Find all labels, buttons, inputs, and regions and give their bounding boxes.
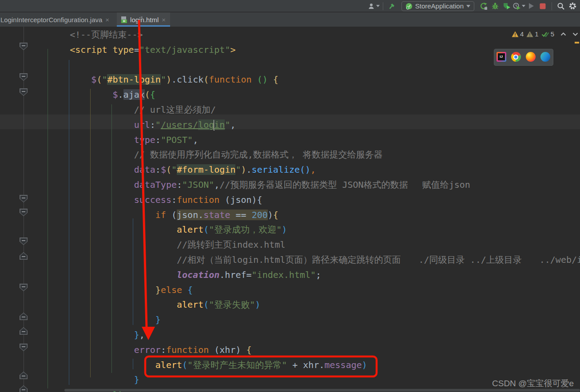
code-text[interactable]: <!--页脚结束--> <script type="text/javascrip… [0, 28, 580, 392]
code-token: } [155, 285, 161, 295]
code-line[interactable]: url:"/users/login", [48, 118, 580, 133]
firefox-icon[interactable] [526, 52, 536, 63]
code-token: location [177, 269, 219, 280]
spring-boot-icon [405, 3, 413, 10]
settings-gear-icon [568, 2, 577, 10]
code-token: ( [203, 74, 209, 85]
code-token: function [166, 344, 209, 355]
stop-button[interactable] [537, 1, 548, 12]
html-file-icon: H [121, 16, 127, 23]
code-token: ) [166, 74, 171, 85]
debug-button[interactable] [489, 1, 501, 12]
tab-close-icon[interactable]: × [162, 16, 166, 24]
code-token: alert [177, 224, 203, 235]
code-token: : [177, 179, 182, 190]
run-with-coverage-button[interactable] [501, 1, 512, 12]
user-button[interactable] [368, 1, 380, 12]
code-line[interactable]: // 数据使用序列化自动完成,数据格式， 将数据提交给服务器 [48, 147, 580, 162]
run-icon [480, 2, 488, 10]
code-line[interactable]: data:$("#form-login").serialize(), [48, 162, 580, 178]
tab-close-icon[interactable]: × [105, 16, 109, 24]
code-token: json. [177, 210, 203, 220]
code-token: ( [166, 210, 177, 220]
code-token: = [134, 44, 139, 55]
code-token: alert [155, 360, 182, 370]
inspections-widget[interactable]: 4 1 5 [512, 30, 578, 38]
weak-warnings-indicator[interactable]: 1 [526, 30, 538, 38]
intellij-idea-icon[interactable]: IJ [497, 52, 507, 63]
user-icon [368, 3, 375, 10]
code-token: type [113, 44, 134, 55]
dropdown-caret-icon [376, 5, 380, 7]
code-token: : [171, 194, 177, 205]
code-line[interactable]: //跳转到主页index.html [48, 238, 580, 253]
build-button[interactable] [386, 1, 398, 12]
code-token: } [134, 374, 139, 385]
code-line[interactable]: }, [48, 328, 580, 343]
code-token: : [155, 164, 161, 175]
previous-problem-chevron-icon[interactable] [560, 32, 566, 36]
passed-count: 5 [551, 30, 554, 38]
scrollbar-warning-mark[interactable] [575, 42, 579, 44]
code-token: else [161, 285, 182, 295]
code-token: log [198, 119, 214, 130]
code-line[interactable]: type:"POST", [48, 133, 580, 148]
next-problem-chevron-icon[interactable] [572, 32, 578, 36]
code-line[interactable]: if (json.state == 200){ [48, 208, 580, 223]
code-token: : [161, 344, 166, 355]
code-line[interactable]: }else { [48, 283, 580, 298]
code-token: " [235, 164, 241, 175]
code-token: function [177, 194, 219, 205]
passed-indicator[interactable]: 5 [541, 30, 554, 38]
toolbar-separator [552, 2, 552, 10]
code-line[interactable]: error:function (xhr) { [48, 343, 580, 358]
run-configuration-select[interactable]: StoreApplication [401, 1, 474, 11]
code-line[interactable]: $.ajax({ [48, 87, 580, 103]
run-button[interactable] [478, 1, 489, 12]
code-token: , [310, 164, 316, 175]
code-token: "POST" [161, 135, 193, 145]
code-token: serialize [252, 164, 300, 175]
code-line[interactable]: alert("登录失败") [48, 297, 580, 313]
code-token: 200 [252, 210, 268, 220]
code-token: #btn-login [107, 74, 160, 85]
code-line[interactable]: location.href="index.html"; [48, 268, 580, 283]
code-line[interactable]: <!--页脚结束--> [48, 28, 580, 43]
code-token: { [187, 285, 193, 295]
code-token: (xhr) [209, 344, 246, 355]
code-line[interactable]: } [48, 313, 580, 328]
code-token: ( [203, 299, 209, 310]
profiler-button[interactable] [512, 1, 525, 12]
code-token: ) [268, 210, 273, 220]
code-token: ( [203, 224, 209, 235]
code-token: error [134, 344, 161, 355]
search-everywhere-button[interactable] [555, 1, 567, 12]
code-token: == [230, 210, 251, 220]
tab-logininterceptorconfiguration-java[interactable]: LoginInterceptorConfiguration.java × [0, 12, 114, 27]
code-token: $ [113, 89, 118, 100]
settings-button[interactable] [567, 1, 578, 12]
code-line[interactable]: $("#btn-login").click(function () { [48, 72, 580, 87]
code-line[interactable]: // url这里必须加/ [48, 103, 580, 118]
code-token: (json){ [219, 194, 262, 205]
code-token: , [214, 179, 219, 190]
edge-icon[interactable] [540, 52, 551, 63]
code-token: "text/javascript" [139, 44, 230, 55]
code-editor[interactable]: <!--页脚结束--> <script type="text/javascrip… [0, 27, 580, 392]
code-line[interactable]: alert("登录时产生未知的异常" + xhr.message) [48, 358, 580, 373]
code-token: , [230, 119, 235, 130]
search-icon [557, 2, 565, 10]
code-line[interactable]: //相对（当前login.html页面）路径来确定跳转的页面 ./同级目录 ..… [48, 253, 580, 268]
build-hammer-icon [388, 2, 396, 10]
code-line[interactable]: alert("登录成功，欢迎") [48, 222, 580, 238]
code-token: > [230, 44, 235, 55]
code-token: ) [362, 360, 367, 370]
code-line[interactable]: dataType:"JSON",//预期服务器返回的数据类型 JSON格式的数据… [48, 178, 580, 193]
code-token: ; [316, 269, 321, 280]
dropdown-caret-icon [522, 5, 525, 7]
warnings-indicator[interactable]: 4 [512, 30, 524, 38]
tab-login-html[interactable]: H login.html × [117, 12, 170, 27]
code-line[interactable]: success:function (json){ [48, 193, 580, 208]
play-disabled-button[interactable] [525, 1, 537, 12]
chrome-icon[interactable] [511, 52, 522, 63]
